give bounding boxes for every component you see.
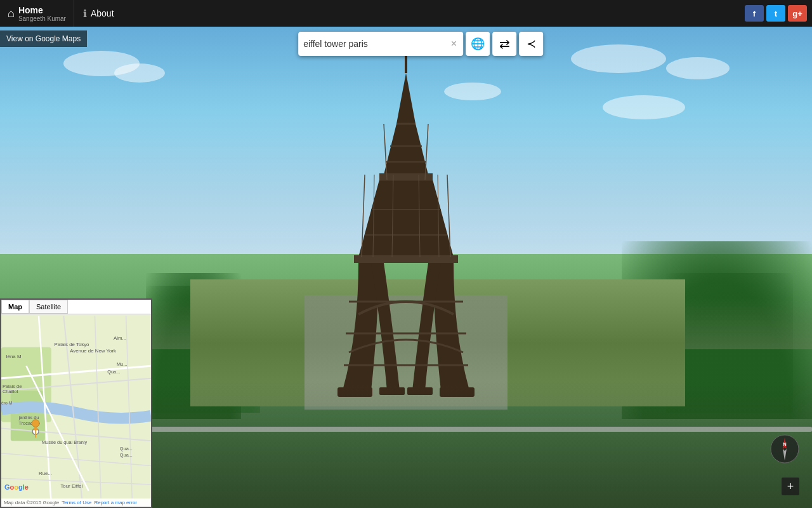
share-button[interactable]: ≺ bbox=[519, 32, 543, 56]
cloud-4 bbox=[666, 57, 730, 79]
svg-text:Qua...: Qua... bbox=[120, 446, 133, 451]
svg-point-58 bbox=[32, 420, 39, 427]
facebook-icon: f bbox=[753, 9, 756, 18]
svg-marker-7 bbox=[358, 180, 454, 257]
random-icon: ⇄ bbox=[499, 36, 510, 51]
foreground-crowd bbox=[146, 381, 812, 508]
svg-text:Musée du quai Branly: Musée du quai Branly bbox=[42, 439, 88, 445]
svg-text:Qua...: Qua... bbox=[107, 369, 120, 375]
zoom-in-button[interactable]: + bbox=[782, 478, 799, 495]
barrier bbox=[146, 427, 812, 432]
about-label: About bbox=[91, 8, 114, 18]
minimap-tab-satellite[interactable]: Satellite bbox=[29, 300, 68, 314]
topbar: ⌂ Home Sangeeth Kumar ℹ About f t g+ bbox=[0, 0, 812, 27]
terms-of-use-link[interactable]: Terms of Use bbox=[62, 500, 91, 505]
svg-text:Avenue de New York: Avenue de New York bbox=[70, 348, 116, 354]
svg-text:N: N bbox=[783, 441, 787, 447]
svg-text:Qua...: Qua... bbox=[120, 452, 133, 458]
globe-button[interactable]: 🌐 bbox=[466, 32, 490, 56]
nav-home-button[interactable]: ⌂ Home Sangeeth Kumar bbox=[0, 0, 74, 27]
nav-about-button[interactable]: ℹ About bbox=[74, 0, 123, 27]
home-icon: ⌂ bbox=[8, 7, 15, 20]
svg-text:Palais de: Palais de bbox=[3, 384, 22, 389]
googleplus-icon: g+ bbox=[792, 9, 802, 18]
minimap-svg: léna M Palais de Tokyo Alm... Palais de … bbox=[1, 314, 151, 505]
svg-rect-8 bbox=[354, 255, 458, 263]
svg-text:léna M: léna M bbox=[6, 354, 22, 359]
user-subtitle: Sangeeth Kumar bbox=[18, 15, 66, 22]
map-data-text: Map data ©2015 Google bbox=[4, 500, 59, 505]
home-label: Home bbox=[18, 5, 43, 15]
info-icon: ℹ bbox=[83, 8, 87, 20]
random-button[interactable]: ⇄ bbox=[492, 32, 516, 56]
svg-marker-2 bbox=[384, 124, 428, 175]
cloud-2 bbox=[114, 64, 165, 83]
minimap-tab-map[interactable]: Map bbox=[1, 300, 29, 314]
search-clear-button[interactable]: × bbox=[450, 38, 458, 50]
share-icon: ≺ bbox=[527, 37, 536, 51]
svg-marker-1 bbox=[396, 73, 416, 124]
svg-text:Palais de Tokyo: Palais de Tokyo bbox=[55, 342, 90, 347]
globe-icon: 🌐 bbox=[471, 37, 485, 51]
facebook-button[interactable]: f bbox=[745, 5, 764, 22]
cloud-6 bbox=[603, 95, 685, 119]
twitter-button[interactable]: t bbox=[766, 5, 785, 22]
googleplus-button[interactable]: g+ bbox=[788, 5, 807, 22]
compass[interactable]: N bbox=[770, 434, 799, 464]
compass-svg: N bbox=[770, 434, 799, 464]
minimap-tabs: Map Satellite bbox=[1, 300, 151, 314]
social-icons-group: f t g+ bbox=[745, 5, 812, 22]
google-logo: Google bbox=[4, 483, 29, 491]
search-input[interactable] bbox=[303, 39, 450, 49]
twitter-icon: t bbox=[775, 9, 777, 18]
minimap-canvas: léna M Palais de Tokyo Alm... Palais de … bbox=[1, 314, 151, 505]
svg-text:Rue...: Rue... bbox=[39, 471, 52, 476]
svg-text:éro M: éro M bbox=[1, 401, 13, 405]
search-input-container: × bbox=[298, 32, 463, 56]
svg-text:Alm...: Alm... bbox=[114, 335, 126, 341]
searchbar: × 🌐 ⇄ ≺ bbox=[298, 32, 543, 56]
svg-text:Mu...: Mu... bbox=[117, 361, 127, 367]
minimap: Map Satellite léna M Palais bbox=[0, 298, 152, 508]
cloud-3 bbox=[571, 44, 666, 73]
report-map-error-link[interactable]: Report a map error bbox=[94, 500, 137, 505]
svg-text:Tour Eiffel: Tour Eiffel bbox=[60, 483, 82, 489]
svg-text:Chaillot: Chaillot bbox=[3, 389, 18, 394]
view-on-googlemaps-link[interactable]: View on Google Maps bbox=[0, 30, 87, 47]
minimap-footer: Map data ©2015 Google Terms of Use Repor… bbox=[1, 498, 151, 507]
zoom-controls: + bbox=[782, 478, 799, 495]
